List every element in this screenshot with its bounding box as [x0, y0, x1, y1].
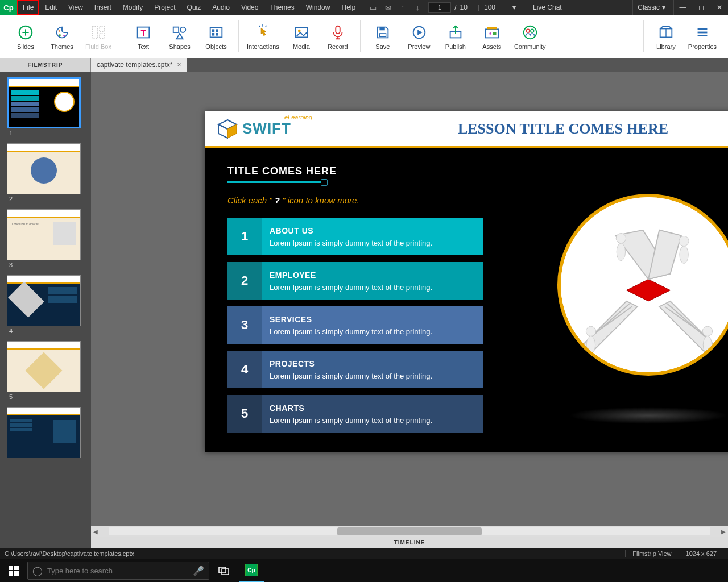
svg-rect-28 [487, 27, 497, 30]
slide-current-input[interactable] [428, 2, 451, 13]
list-item[interactable]: 5CHARTSLorem Ipsum is simply dummy text … [228, 395, 483, 433]
thumb-2[interactable] [7, 143, 81, 194]
taskbar-app-captivate[interactable]: Cp [239, 559, 264, 582]
up-arrow-icon[interactable]: ↑ [398, 3, 408, 12]
file-path: C:\Users\ravi\Desktop\captivate template… [5, 550, 625, 557]
taskbar-search[interactable]: ◯ 🎤 [27, 562, 209, 580]
thumb-4[interactable] [7, 275, 81, 326]
thumb-6[interactable] [7, 407, 81, 458]
slide-number: / 10 [428, 2, 468, 13]
list-item[interactable]: 4PROJECTSLorem Ipsum is simply dummy tex… [228, 351, 483, 388]
media-button[interactable]: Media [287, 23, 316, 50]
svg-rect-6 [93, 27, 97, 39]
slide-total: 10 [460, 3, 468, 11]
thumb-1[interactable] [7, 77, 81, 128]
svg-point-20 [298, 30, 301, 32]
horizontal-scrollbar[interactable]: ◀ ▶ [91, 526, 728, 537]
preview-button[interactable]: Preview [405, 23, 433, 50]
document-tab[interactable]: captivate templates.cptx* × [91, 58, 187, 72]
menu-quiz[interactable]: Quiz [181, 0, 207, 15]
zoom-value: 100 [482, 3, 510, 11]
filmstrip[interactable]: 1 2 Lorem ipsum dolor sit 3 [0, 72, 91, 548]
properties-button[interactable]: Properties [688, 23, 717, 50]
section-title[interactable]: TITLE COMES HERE [228, 165, 728, 177]
record-button[interactable]: Record [324, 23, 352, 50]
quick-icons: ▭ ✉ ↑ ↓ [368, 3, 423, 12]
shapes-button[interactable]: Shapes [166, 23, 194, 50]
svg-point-31 [523, 26, 536, 39]
objects-button[interactable]: Objects [202, 23, 230, 50]
mail-icon[interactable]: ✉ [383, 3, 393, 12]
fluid-box-button: Fluid Box [84, 23, 113, 50]
chevron-down-icon: ▾ [512, 3, 516, 11]
search-input[interactable] [47, 567, 188, 575]
timeline-panel[interactable]: TIMELINE [91, 537, 728, 548]
maximize-button[interactable]: ◻ [692, 0, 710, 15]
thumb-3[interactable]: Lorem ipsum dolor sit [7, 209, 81, 260]
menu-window[interactable]: Window [300, 0, 336, 15]
menu-project[interactable]: Project [148, 0, 181, 15]
zoom-control[interactable]: | 100 ▾ [478, 3, 516, 11]
community-button[interactable]: Community [514, 23, 546, 50]
feature-image [557, 194, 728, 376]
svg-rect-21 [336, 26, 340, 34]
menu-audio[interactable]: Audio [206, 0, 235, 15]
section-underline [228, 181, 324, 183]
workspace-selector[interactable]: Classic ▾ [632, 0, 670, 15]
svg-rect-15 [212, 29, 215, 32]
slide-sep: / [454, 3, 456, 11]
menu-video[interactable]: Video [235, 0, 264, 15]
svg-rect-16 [216, 29, 218, 32]
svg-point-54 [679, 236, 689, 246]
menubar: Cp File Edit View Insert Modify Project … [0, 0, 728, 15]
publish-button[interactable]: Publish [441, 23, 470, 50]
statusbar: C:\Users\ravi\Desktop\captivate template… [0, 548, 728, 559]
list-item[interactable]: 3SERVICESLorem Ipsum is simply dummy tex… [228, 306, 483, 344]
svg-marker-40 [218, 124, 228, 138]
start-button[interactable] [2, 559, 25, 582]
mic-icon[interactable]: 🎤 [193, 566, 204, 576]
svg-marker-41 [228, 124, 237, 138]
list-item[interactable]: 1ABOUT USLorem Ipsum is simply dummy tex… [228, 218, 483, 255]
menu-themes[interactable]: Themes [264, 0, 300, 15]
cortana-icon: ◯ [32, 566, 43, 576]
slide-body: TITLE COMES HERE Click each " ? " icon t… [205, 148, 728, 452]
task-view-button[interactable] [212, 559, 237, 582]
scroll-right-icon[interactable]: ▶ [719, 529, 728, 535]
svg-rect-22 [379, 27, 384, 31]
canvas-scroll[interactable]: SWIFT eLearning LESSON TITLE COMES HERE … [91, 72, 728, 526]
down-arrow-icon[interactable]: ↓ [412, 3, 423, 12]
menu-modify[interactable]: Modify [117, 0, 148, 15]
thumb-5[interactable] [7, 341, 81, 392]
layout-icon[interactable]: ▭ [368, 3, 378, 12]
workspace-label: Classic [638, 3, 660, 11]
slide-canvas[interactable]: SWIFT eLearning LESSON TITLE COMES HERE … [205, 111, 728, 452]
interactions-button[interactable]: Interactions [247, 23, 279, 50]
close-icon[interactable]: × [177, 61, 181, 69]
workspace: 1 2 Lorem ipsum dolor sit 3 [0, 72, 728, 548]
menu-file[interactable]: File [17, 0, 39, 15]
menu-help[interactable]: Help [336, 0, 361, 15]
menu-view[interactable]: View [63, 0, 89, 15]
library-button[interactable]: Library [652, 23, 680, 50]
image-shadow [569, 407, 728, 424]
lesson-title[interactable]: LESSON TITLE COMES HERE [387, 120, 728, 138]
assets-button[interactable]: Assets [478, 23, 506, 50]
thumb-num: 4 [7, 326, 84, 338]
themes-button[interactable]: Themes [48, 23, 76, 50]
scroll-left-icon[interactable]: ◀ [91, 529, 100, 535]
slides-button[interactable]: Slides [11, 23, 40, 50]
svg-rect-17 [212, 33, 215, 36]
view-mode: Filmstrip View [625, 550, 678, 557]
save-button[interactable]: Save [369, 23, 397, 50]
brand-text: SWIFT [242, 120, 291, 138]
svg-rect-64 [219, 567, 226, 573]
menu-insert[interactable]: Insert [89, 0, 117, 15]
svg-point-53 [617, 243, 625, 261]
minimize-button[interactable]: — [673, 0, 692, 15]
live-chat-link[interactable]: Live Chat [533, 3, 562, 11]
menu-edit[interactable]: Edit [39, 0, 63, 15]
list-item[interactable]: 2EMPLOYEELorem Ipsum is simply dummy tex… [228, 262, 483, 300]
text-button[interactable]: TText [129, 23, 158, 50]
close-button[interactable]: ✕ [710, 0, 728, 15]
